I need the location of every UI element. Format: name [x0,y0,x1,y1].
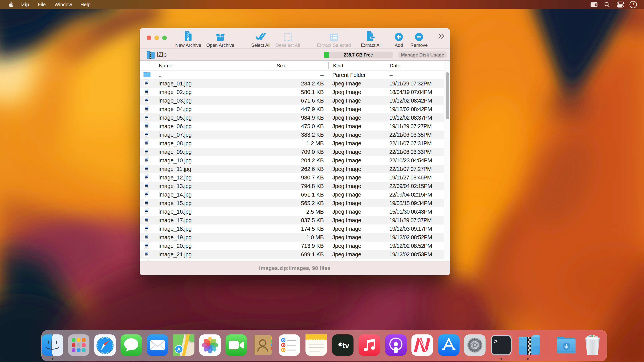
svg-text:tv: tv [342,341,350,350]
svg-text:>_: >_ [494,338,502,345]
